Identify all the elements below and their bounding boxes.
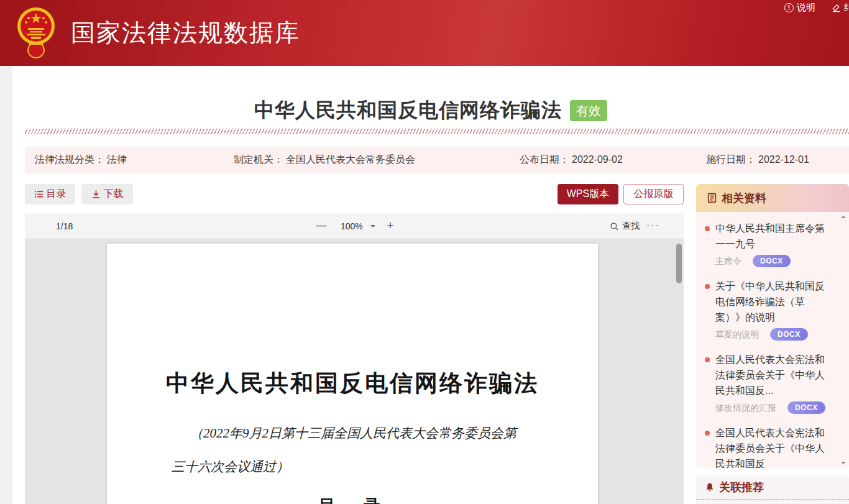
bullet-icon bbox=[705, 284, 710, 289]
meta-category: 法律法规分类：法律 bbox=[35, 147, 127, 173]
gazette-original-button[interactable]: 公报原版 bbox=[623, 184, 684, 204]
catalog-button-label: 目录 bbox=[47, 188, 67, 201]
pdf-passed-line: （2022年9月2日第十三届全国人民代表大会常务委员会第三十六次会议通过） bbox=[172, 416, 523, 483]
list-item[interactable]: 关于《中华人民共和国反电信网络诈骗法（草案）》的说明 草案的说明 DOCX bbox=[705, 278, 834, 342]
page-indicator: 1/18 bbox=[56, 213, 73, 239]
zoom-out-button[interactable]: — bbox=[314, 213, 329, 238]
find-button[interactable]: 查找 bbox=[610, 213, 640, 239]
info-icon: ! bbox=[784, 3, 794, 12]
related-item-title: 全国人民代表大会宪法和法律委员会关于《中华人民共和国反 bbox=[715, 425, 834, 468]
download-button[interactable]: 下载 bbox=[81, 184, 133, 204]
list-icon bbox=[34, 190, 44, 199]
list-item[interactable]: 全国人民代表大会宪法和法律委员会关于《中华人民共和国反... 修改情况的汇报 D… bbox=[705, 352, 834, 415]
recommend-section: 关联推荐 bbox=[696, 475, 849, 504]
chevron-down-icon[interactable] bbox=[370, 225, 375, 230]
correction-link-label: 纠错 bbox=[844, 2, 849, 14]
header-links: ! 说明 纠错 bbox=[784, 2, 849, 14]
bullet-icon bbox=[705, 357, 710, 362]
document-icon bbox=[707, 193, 717, 203]
pdf-page: 中华人民共和国反电信网络诈骗法 （2022年9月2日第十三届全国人民代表大会常务… bbox=[107, 244, 598, 504]
list-item[interactable]: 全国人民代表大会宪法和法律委员会关于《中华人民共和国反 bbox=[705, 425, 834, 468]
find-button-label: 查找 bbox=[622, 221, 640, 232]
viewer-toolbar: 1/18 — 100% + 查找 ··· bbox=[25, 213, 684, 239]
pdf-law-title: 中华人民共和国反电信网络诈骗法 bbox=[107, 368, 598, 399]
wps-version-button[interactable]: WPS版本 bbox=[558, 184, 618, 204]
related-item-tag: 修改情况的汇报 bbox=[715, 400, 776, 415]
eraser-icon bbox=[832, 3, 841, 12]
download-icon bbox=[91, 190, 101, 199]
docx-badge: DOCX bbox=[770, 328, 808, 341]
scroll-down-icon[interactable] bbox=[841, 462, 846, 464]
document-title: 中华人民共和国反电信网络诈骗法 bbox=[254, 97, 562, 124]
site-header: 国家法律法规数据库 ! 说明 纠错 bbox=[0, 0, 849, 66]
related-materials-list: 中华人民共和国主席令第一一九号 主席令 DOCX 关于《中华人民共和国反电信网络… bbox=[696, 212, 849, 468]
pdf-toc-heading: 目 录 bbox=[107, 495, 598, 504]
site-title: 国家法律法规数据库 bbox=[71, 16, 300, 50]
more-options-button[interactable]: ··· bbox=[646, 213, 660, 238]
docx-badge: DOCX bbox=[787, 401, 825, 414]
wps-version-label: WPS版本 bbox=[567, 188, 609, 201]
related-item-tag: 主席令 bbox=[715, 254, 741, 268]
national-emblem-logo bbox=[16, 6, 56, 60]
recommend-header: 关联推荐 bbox=[696, 475, 849, 500]
zoom-in-button[interactable]: + bbox=[383, 213, 398, 238]
help-link[interactable]: ! 说明 bbox=[784, 2, 815, 14]
sidebar: 相关资料 中华人民共和国主席令第一一九号 主席令 DOCX 关于《中华人民共和国… bbox=[696, 184, 849, 504]
viewer-scrollbar-thumb[interactable] bbox=[676, 244, 682, 283]
search-icon bbox=[610, 222, 619, 231]
help-link-label: 说明 bbox=[797, 2, 815, 14]
related-item-title: 中华人民共和国主席令第一一九号 bbox=[715, 221, 834, 252]
meta-enacting-body: 制定机关：全国人民代表大会常务委员会 bbox=[234, 147, 415, 173]
bell-icon bbox=[705, 482, 715, 492]
scroll-up-icon[interactable] bbox=[841, 216, 846, 218]
list-item[interactable]: 中华人民共和国主席令第一一九号 主席令 DOCX bbox=[705, 221, 834, 268]
catalog-button[interactable]: 目录 bbox=[25, 184, 75, 204]
meta-effective-date: 施行日期：2022-12-01 bbox=[706, 147, 809, 173]
pdf-viewer: 1/18 — 100% + 查找 ··· 中华人民共和国反电信网络诈骗法 （20… bbox=[25, 213, 684, 504]
bullet-icon bbox=[705, 431, 710, 436]
related-item-title: 全国人民代表大会宪法和法律委员会关于《中华人民共和国反... bbox=[715, 352, 834, 398]
bullet-icon bbox=[705, 226, 710, 231]
status-badge: 有效 bbox=[570, 100, 607, 121]
recommend-title: 关联推荐 bbox=[719, 480, 764, 495]
related-item-tag: 草案的说明 bbox=[715, 327, 759, 342]
docx-badge: DOCX bbox=[753, 255, 791, 267]
related-materials-header: 相关资料 bbox=[696, 184, 849, 212]
viewer-body: 中华人民共和国反电信网络诈骗法 （2022年9月2日第十三届全国人民代表大会常务… bbox=[25, 240, 684, 504]
related-materials-title: 相关资料 bbox=[722, 191, 766, 206]
striped-divider bbox=[25, 129, 849, 134]
meta-publish-date: 公布日期：2022-09-02 bbox=[520, 147, 623, 173]
sidebar-scrollbar[interactable] bbox=[840, 214, 847, 465]
correction-link[interactable]: 纠错 bbox=[832, 2, 849, 14]
metadata-bar: 法律法规分类：法律 制定机关：全国人民代表大会常务委员会 公布日期：2022-0… bbox=[25, 147, 849, 173]
related-item-title: 关于《中华人民共和国反电信网络诈骗法（草案）》的说明 bbox=[715, 278, 834, 325]
gazette-original-label: 公报原版 bbox=[634, 188, 674, 201]
zoom-level[interactable]: 100% bbox=[341, 213, 363, 239]
download-button-label: 下载 bbox=[104, 188, 124, 201]
viewer-scrollbar[interactable] bbox=[676, 242, 682, 502]
main-content: 中华人民共和国反电信网络诈骗法 有效 法律法规分类：法律 制定机关：全国人民代表… bbox=[12, 66, 849, 504]
